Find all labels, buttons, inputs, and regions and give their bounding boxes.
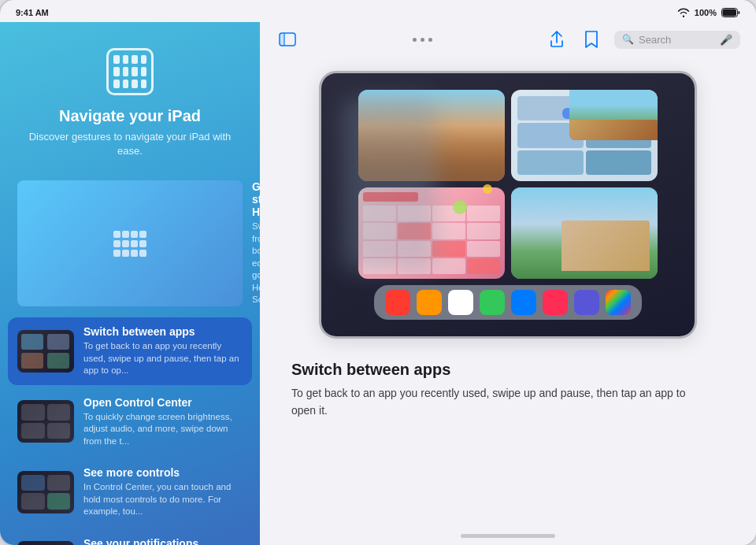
sidebar-item-notifications[interactable]: See your notifications To see a list of … [8, 529, 252, 545]
sidebar-icon-wrapper [102, 44, 158, 99]
toolbar-dot-3 [428, 38, 432, 42]
grid-dot [123, 80, 129, 88]
cal-header [363, 192, 418, 202]
switcher-card-1 [358, 90, 505, 181]
status-time: 9:41 AM [16, 8, 49, 17]
dock-icon-3 [448, 290, 473, 315]
ipad-dock [374, 285, 642, 320]
battery-percent: 100% [695, 8, 717, 17]
sidebar-item-text-notif: See your notifications To see a list of … [83, 537, 243, 545]
status-right: 100% [677, 8, 740, 17]
microphone-icon[interactable]: 🎤 [720, 34, 732, 46]
grid-dot [141, 80, 147, 88]
dock-icon-5 [511, 290, 536, 315]
sidebar-item-title-notif: See your notifications [83, 537, 243, 545]
sidebar-item-title-home: Go straight Home [252, 180, 260, 218]
grid-dot [141, 55, 147, 64]
sidebar-item-title-more: See more controls [83, 466, 243, 479]
article-body: To get back to an app you recently used,… [291, 385, 701, 419]
sidebar-item-text-more: See more controls In Control Center, you… [83, 466, 243, 518]
sidebar-item-text-switch: Switch between apps To get back to an ap… [83, 325, 243, 377]
grid-dot [132, 67, 138, 76]
sidebar-toggle-button[interactable] [276, 28, 299, 50]
sidebar-item-title-switch: Switch between apps [83, 325, 243, 338]
dock-icon-1 [385, 290, 410, 315]
sidebar-list: Go straight Home Swipe up from the botto… [0, 172, 260, 545]
toolbar-dot-1 [413, 38, 417, 42]
svg-rect-1 [723, 9, 737, 17]
ipad-frame: 9:41 AM 100% [0, 0, 756, 545]
search-placeholder: Search [639, 34, 715, 46]
home-bar [461, 534, 555, 538]
grid-dot [123, 55, 129, 64]
sidebar: Navigate your iPad Discover gestures to … [0, 22, 260, 545]
ipad-mockup [319, 71, 697, 339]
sidebar-item-switch-apps[interactable]: Switch between apps To get back to an ap… [8, 317, 252, 385]
sidebar-title: Navigate your iPad [59, 107, 201, 125]
dock-icon-8 [606, 290, 631, 315]
grid-dot [123, 67, 129, 76]
grid-dot [113, 80, 120, 88]
article-area: 🔍 Search 🎤 [260, 22, 756, 545]
ipad-mockup-screen [321, 73, 695, 336]
article-title: Switch between apps [291, 361, 701, 379]
thumbnail-go-straight-home [17, 180, 243, 306]
search-icon: 🔍 [622, 34, 634, 45]
sidebar-item-text-control: Open Control Center To quickly change sc… [83, 396, 243, 448]
switcher-card-3 [358, 187, 505, 279]
calendar-card [358, 187, 505, 279]
thumbnail-control-center [17, 400, 74, 443]
canyon-image [358, 90, 505, 181]
home-indicator [260, 526, 756, 545]
battery-icon [721, 8, 740, 17]
grid-dot [132, 55, 138, 64]
sidebar-item-more-controls[interactable]: See more controls In Control Center, you… [8, 458, 252, 526]
grid-dot [141, 67, 147, 76]
article-content: Switch between apps To get back to an ap… [260, 55, 756, 526]
share-button[interactable] [545, 28, 569, 50]
sidebar-header: Navigate your iPad Discover gestures to … [0, 22, 260, 172]
grid-dot [113, 55, 120, 64]
svg-rect-3 [280, 33, 284, 46]
dock-icon-2 [417, 290, 442, 315]
arch-building [561, 221, 650, 271]
toolbar-dots [413, 38, 432, 42]
grid-icon [106, 48, 154, 95]
main-layout: Navigate your iPad Discover gestures to … [0, 22, 756, 545]
search-bar[interactable]: 🔍 Search 🎤 [614, 31, 740, 49]
share-icon [549, 31, 565, 48]
switcher-card-2 [511, 90, 658, 181]
toolbar-dot-2 [421, 38, 424, 42]
app-switcher-grid [358, 90, 658, 279]
thumbnail-notifications [17, 541, 74, 545]
dock-icon-4 [480, 290, 505, 315]
sidebar-item-desc-more: In Control Center, you can touch and hol… [83, 481, 243, 518]
bookmark-button[interactable] [580, 28, 603, 50]
sidebar-item-go-straight-home[interactable]: Go straight Home Swipe up from the botto… [8, 172, 252, 314]
toolbar-right: 🔍 Search 🎤 [545, 28, 740, 50]
status-bar: 9:41 AM 100% [0, 0, 756, 22]
thumbnail-switch-apps [17, 330, 74, 373]
switcher-card-4 [511, 187, 658, 279]
arch-card [511, 187, 658, 279]
sidebar-item-control-center[interactable]: Open Control Center To quickly change sc… [8, 388, 252, 456]
thumbnail-more-controls [17, 471, 74, 513]
sidebar-subtitle: Discover gestures to navigate your iPad … [16, 130, 244, 158]
sidebar-item-desc-switch: To get back to an app you recently used,… [83, 340, 243, 377]
sidebar-item-desc-home: Swipe up from the bottom edge to go to t… [252, 221, 260, 306]
sidebar-item-desc-control: To quickly change screen brightness, adj… [83, 411, 243, 448]
grid-dot [113, 67, 120, 76]
wifi-icon [677, 8, 690, 17]
sidebar-item-text-home: Go straight Home Swipe up from the botto… [252, 180, 260, 306]
grid-dot [132, 80, 138, 88]
toolbar: 🔍 Search 🎤 [260, 22, 756, 55]
dock-icon-7 [574, 290, 599, 315]
sidebar-toggle-icon [279, 32, 296, 46]
bookmark-icon [585, 31, 598, 48]
sidebar-item-title-control: Open Control Center [83, 396, 243, 409]
dock-icon-6 [543, 290, 568, 315]
